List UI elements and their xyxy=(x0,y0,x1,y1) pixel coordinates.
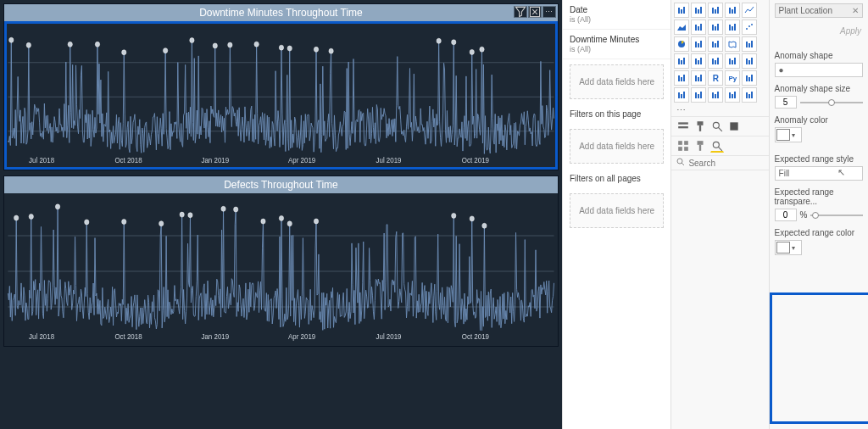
viz-type-clustered-column[interactable] xyxy=(725,3,740,18)
svg-rect-134 xyxy=(679,141,683,145)
range-trans-unit: % xyxy=(800,210,808,220)
tab-fields-icon[interactable] xyxy=(676,120,690,133)
svg-point-20 xyxy=(470,49,474,54)
highlight-box xyxy=(770,292,868,424)
viz-type-multi-card[interactable] xyxy=(708,53,723,69)
svg-point-9 xyxy=(163,48,167,53)
viz-type-donut[interactable] xyxy=(691,36,706,52)
svg-rect-97 xyxy=(729,58,731,64)
viz-type-kpi[interactable] xyxy=(725,53,740,69)
viz-type-qa[interactable] xyxy=(691,87,706,103)
add-fields-allpages[interactable]: Add data fields here xyxy=(570,193,664,228)
viz-type-decomp[interactable] xyxy=(674,87,689,103)
viz-type-key-influencer[interactable] xyxy=(742,70,757,86)
svg-rect-61 xyxy=(715,9,716,14)
svg-rect-64 xyxy=(732,9,733,14)
add-fields-page[interactable]: Add data fields here xyxy=(570,129,664,164)
viz-type-line[interactable] xyxy=(742,3,757,18)
filter-card-downtime[interactable]: Downtime Minutes is (All) xyxy=(563,30,670,59)
viz-type-ribbon[interactable] xyxy=(691,20,706,35)
svg-rect-94 xyxy=(712,58,714,64)
filter-field-name: Date xyxy=(570,5,664,14)
svg-point-4 xyxy=(9,37,14,42)
range-trans-input[interactable] xyxy=(775,209,797,221)
more-icon[interactable]: ⋯ xyxy=(542,6,556,18)
range-trans-slider[interactable] xyxy=(810,210,863,220)
tab-analytics-icon[interactable] xyxy=(710,120,724,133)
filter-field-name: Downtime Minutes xyxy=(570,35,664,44)
add-fields-visual[interactable]: Add data fields here xyxy=(570,64,664,99)
viz-type-matrix[interactable] xyxy=(691,70,706,86)
svg-rect-86 xyxy=(748,43,750,47)
subtab-format-icon[interactable] xyxy=(693,139,707,153)
viz-type-stacked-bar[interactable] xyxy=(674,3,689,18)
svg-rect-127 xyxy=(679,122,689,124)
svg-text:Oct 2019: Oct 2019 xyxy=(462,156,489,165)
svg-rect-71 xyxy=(717,24,719,31)
field-chip-plant-location[interactable]: Plant Location ✕ xyxy=(775,3,863,18)
svg-rect-62 xyxy=(717,7,719,14)
viz-type-narrative[interactable] xyxy=(708,87,723,103)
subtab-analytics-icon[interactable] xyxy=(710,139,724,153)
search-row xyxy=(671,156,768,170)
viz-type-waterfall[interactable] xyxy=(708,20,723,35)
close-icon[interactable]: ✕ xyxy=(852,6,859,15)
viz-type-arcgis[interactable] xyxy=(742,87,757,103)
viz-type-scatter[interactable] xyxy=(742,20,757,35)
viz-type-gauge[interactable] xyxy=(674,53,689,69)
svg-rect-56 xyxy=(683,7,685,14)
svg-rect-115 xyxy=(695,92,697,98)
anomaly-size-slider[interactable] xyxy=(800,98,863,108)
svg-rect-99 xyxy=(734,58,736,64)
viz-type-pie[interactable] xyxy=(674,36,689,52)
range-color-dropdown[interactable]: ▾ xyxy=(775,240,802,255)
svg-point-12 xyxy=(228,42,232,47)
viz-type-py-visual[interactable]: Py xyxy=(725,70,740,86)
filter-icon[interactable] xyxy=(514,6,527,18)
svg-rect-137 xyxy=(685,147,689,151)
viz-type-card[interactable] xyxy=(691,53,706,69)
svg-point-77 xyxy=(751,24,753,25)
viz-type-r-visual[interactable]: R xyxy=(708,70,723,86)
svg-rect-104 xyxy=(681,77,682,81)
field-chip-label: Plant Location xyxy=(779,6,832,15)
tab-format-icon[interactable] xyxy=(693,120,707,133)
search-input[interactable] xyxy=(688,159,748,168)
svg-point-19 xyxy=(452,40,456,45)
range-style-dropdown[interactable]: Fill ↖ xyxy=(775,166,863,181)
viz-type-funnel[interactable] xyxy=(725,20,740,35)
tab-unknown-icon[interactable] xyxy=(727,120,741,133)
viz-type-area[interactable] xyxy=(674,20,689,35)
subtab-fields-icon[interactable] xyxy=(676,139,690,153)
svg-rect-114 xyxy=(683,92,685,98)
anomaly-color-dropdown[interactable]: ▾ xyxy=(775,127,802,142)
svg-rect-123 xyxy=(734,92,736,98)
chart-downtime[interactable]: Downtime Minutes Throughout Time ⋯ Jul 2… xyxy=(3,3,559,170)
svg-rect-59 xyxy=(700,7,702,14)
chart-title-bar: Downtime Minutes Throughout Time ⋯ xyxy=(4,4,558,21)
chart-plot-area[interactable]: Jul 2018Oct 2018Jan 2019Apr 2019Jul 2019… xyxy=(4,193,558,346)
filter-summary: is (All) xyxy=(570,15,664,24)
viz-type-stacked-column[interactable] xyxy=(708,3,723,18)
chart-title: Downtime Minutes Throughout Time xyxy=(199,7,363,19)
viz-type-paginated[interactable] xyxy=(725,87,740,103)
viz-type-treemap[interactable] xyxy=(708,36,723,52)
focus-icon[interactable] xyxy=(528,6,542,18)
svg-rect-126 xyxy=(751,92,753,98)
svg-text:Jan 2019: Jan 2019 xyxy=(202,156,230,165)
chart-defects[interactable]: Defects Throughout Time Jul 2018Oct 2018… xyxy=(3,176,559,347)
svg-rect-121 xyxy=(729,92,731,98)
viz-type-clustered-bar[interactable] xyxy=(691,3,706,18)
anomaly-shape-label: Anomaly shape xyxy=(775,51,863,60)
svg-point-33 xyxy=(55,204,59,209)
viz-type-slicer[interactable] xyxy=(742,53,757,69)
anomaly-size-input[interactable] xyxy=(775,96,797,109)
chart-plot-area[interactable]: Jul 2018Oct 2018Jan 2019Apr 2019Jul 2019… xyxy=(4,21,558,170)
svg-rect-87 xyxy=(751,41,753,47)
filter-card-date[interactable]: Date is (All) xyxy=(563,0,670,30)
viz-type-map[interactable] xyxy=(725,36,740,52)
svg-rect-120 xyxy=(717,92,719,98)
viz-type-filled-map[interactable] xyxy=(742,36,757,52)
viz-type-table[interactable] xyxy=(674,70,689,86)
anomaly-shape-dropdown[interactable]: ● xyxy=(775,63,863,77)
